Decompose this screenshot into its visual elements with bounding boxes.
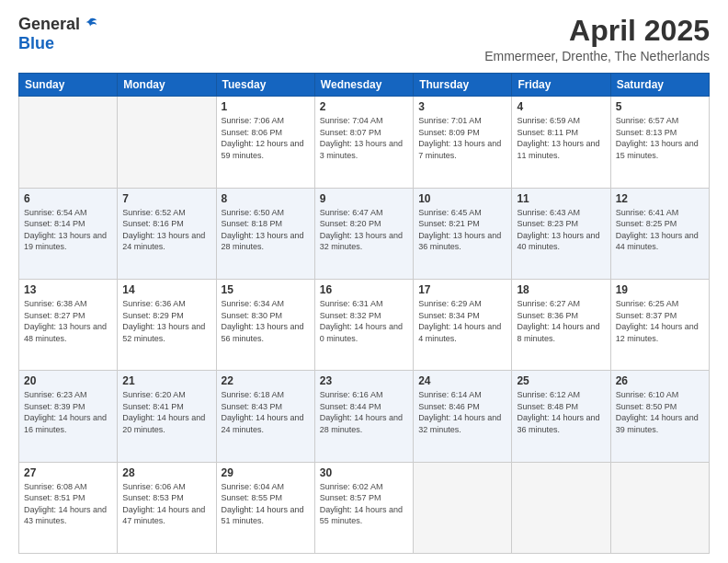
calendar-cell: 27Sunrise: 6:08 AM Sunset: 8:51 PM Dayli… <box>19 462 118 553</box>
day-info: Sunrise: 6:47 AM Sunset: 8:20 PM Dayligh… <box>320 207 408 253</box>
location-subtitle: Emmermeer, Drenthe, The Netherlands <box>484 49 710 63</box>
calendar-cell: 7Sunrise: 6:52 AM Sunset: 8:16 PM Daylig… <box>118 188 216 279</box>
day-info: Sunrise: 6:12 AM Sunset: 8:48 PM Dayligh… <box>517 389 605 435</box>
day-number: 12 <box>616 192 704 205</box>
day-number: 26 <box>616 374 704 387</box>
calendar-cell: 13Sunrise: 6:38 AM Sunset: 8:27 PM Dayli… <box>19 279 118 370</box>
day-number: 29 <box>222 466 310 479</box>
day-number: 19 <box>616 283 704 296</box>
day-number: 8 <box>222 192 310 205</box>
calendar-cell <box>610 462 709 553</box>
header-friday: Friday <box>512 74 610 97</box>
day-info: Sunrise: 6:38 AM Sunset: 8:27 PM Dayligh… <box>24 298 112 344</box>
calendar-cell: 12Sunrise: 6:41 AM Sunset: 8:25 PM Dayli… <box>610 188 709 279</box>
day-info: Sunrise: 6:14 AM Sunset: 8:46 PM Dayligh… <box>418 389 506 435</box>
calendar-cell <box>414 462 512 553</box>
day-number: 11 <box>517 192 605 205</box>
day-info: Sunrise: 6:43 AM Sunset: 8:23 PM Dayligh… <box>517 207 605 253</box>
calendar-cell <box>512 462 610 553</box>
day-number: 7 <box>122 192 210 205</box>
day-info: Sunrise: 7:01 AM Sunset: 8:09 PM Dayligh… <box>418 115 506 161</box>
calendar-cell: 20Sunrise: 6:23 AM Sunset: 8:39 PM Dayli… <box>19 371 118 462</box>
month-title: April 2025 <box>484 15 710 47</box>
calendar-cell: 24Sunrise: 6:14 AM Sunset: 8:46 PM Dayli… <box>414 371 512 462</box>
week-row-4: 20Sunrise: 6:23 AM Sunset: 8:39 PM Dayli… <box>19 371 710 462</box>
day-number: 13 <box>24 283 112 296</box>
day-info: Sunrise: 6:50 AM Sunset: 8:18 PM Dayligh… <box>222 207 310 253</box>
day-info: Sunrise: 6:20 AM Sunset: 8:41 PM Dayligh… <box>122 389 210 435</box>
header-sunday: Sunday <box>19 74 118 97</box>
day-info: Sunrise: 6:27 AM Sunset: 8:36 PM Dayligh… <box>517 298 605 344</box>
header-monday: Monday <box>118 74 216 97</box>
day-info: Sunrise: 6:31 AM Sunset: 8:32 PM Dayligh… <box>320 298 408 344</box>
header-tuesday: Tuesday <box>216 74 314 97</box>
day-number: 2 <box>320 100 408 113</box>
week-row-5: 27Sunrise: 6:08 AM Sunset: 8:51 PM Dayli… <box>19 462 710 553</box>
title-block: April 2025 Emmermeer, Drenthe, The Nethe… <box>484 15 710 63</box>
day-number: 15 <box>222 283 310 296</box>
day-info: Sunrise: 6:45 AM Sunset: 8:21 PM Dayligh… <box>418 207 506 253</box>
day-info: Sunrise: 6:54 AM Sunset: 8:14 PM Dayligh… <box>24 207 112 253</box>
day-number: 1 <box>222 100 310 113</box>
calendar-cell: 19Sunrise: 6:25 AM Sunset: 8:37 PM Dayli… <box>610 279 709 370</box>
header: General Blue April 2025 Emmermeer, Drent… <box>18 15 710 63</box>
logo-blue: Blue <box>18 34 54 52</box>
day-info: Sunrise: 6:29 AM Sunset: 8:34 PM Dayligh… <box>418 298 506 344</box>
header-wednesday: Wednesday <box>314 74 413 97</box>
day-number: 18 <box>517 283 605 296</box>
day-number: 17 <box>418 283 506 296</box>
calendar-cell: 8Sunrise: 6:50 AM Sunset: 8:18 PM Daylig… <box>216 188 314 279</box>
day-info: Sunrise: 6:34 AM Sunset: 8:30 PM Dayligh… <box>222 298 310 344</box>
calendar-cell: 5Sunrise: 6:57 AM Sunset: 8:13 PM Daylig… <box>610 97 709 188</box>
day-number: 24 <box>418 374 506 387</box>
day-number: 4 <box>517 100 605 113</box>
day-number: 30 <box>320 466 408 479</box>
day-number: 10 <box>418 192 506 205</box>
calendar-table: Sunday Monday Tuesday Wednesday Thursday… <box>18 73 710 554</box>
calendar-cell <box>19 97 118 188</box>
calendar-cell: 17Sunrise: 6:29 AM Sunset: 8:34 PM Dayli… <box>414 279 512 370</box>
calendar-cell: 1Sunrise: 7:06 AM Sunset: 8:06 PM Daylig… <box>216 97 314 188</box>
logo-bird-icon <box>82 16 98 32</box>
day-number: 28 <box>122 466 210 479</box>
calendar-cell: 28Sunrise: 6:06 AM Sunset: 8:53 PM Dayli… <box>118 462 216 553</box>
calendar-cell <box>118 97 216 188</box>
weekday-header-row: Sunday Monday Tuesday Wednesday Thursday… <box>19 74 710 97</box>
week-row-2: 6Sunrise: 6:54 AM Sunset: 8:14 PM Daylig… <box>19 188 710 279</box>
calendar-cell: 25Sunrise: 6:12 AM Sunset: 8:48 PM Dayli… <box>512 371 610 462</box>
page: General Blue April 2025 Emmermeer, Drent… <box>0 0 728 563</box>
calendar-cell: 14Sunrise: 6:36 AM Sunset: 8:29 PM Dayli… <box>118 279 216 370</box>
calendar-cell: 4Sunrise: 6:59 AM Sunset: 8:11 PM Daylig… <box>512 97 610 188</box>
day-info: Sunrise: 6:25 AM Sunset: 8:37 PM Dayligh… <box>616 298 704 344</box>
day-number: 25 <box>517 374 605 387</box>
day-info: Sunrise: 6:16 AM Sunset: 8:44 PM Dayligh… <box>320 389 408 435</box>
day-number: 21 <box>122 374 210 387</box>
calendar-cell: 15Sunrise: 6:34 AM Sunset: 8:30 PM Dayli… <box>216 279 314 370</box>
day-number: 22 <box>222 374 310 387</box>
day-number: 14 <box>122 283 210 296</box>
calendar-cell: 23Sunrise: 6:16 AM Sunset: 8:44 PM Dayli… <box>314 371 413 462</box>
day-number: 5 <box>616 100 704 113</box>
day-info: Sunrise: 6:41 AM Sunset: 8:25 PM Dayligh… <box>616 207 704 253</box>
day-info: Sunrise: 7:04 AM Sunset: 8:07 PM Dayligh… <box>320 115 408 161</box>
day-info: Sunrise: 6:10 AM Sunset: 8:50 PM Dayligh… <box>616 389 704 435</box>
calendar-cell: 26Sunrise: 6:10 AM Sunset: 8:50 PM Dayli… <box>610 371 709 462</box>
header-thursday: Thursday <box>414 74 512 97</box>
day-info: Sunrise: 6:06 AM Sunset: 8:53 PM Dayligh… <box>122 481 210 527</box>
day-info: Sunrise: 6:59 AM Sunset: 8:11 PM Dayligh… <box>517 115 605 161</box>
day-number: 27 <box>24 466 112 479</box>
calendar-cell: 16Sunrise: 6:31 AM Sunset: 8:32 PM Dayli… <box>314 279 413 370</box>
calendar-cell: 3Sunrise: 7:01 AM Sunset: 8:09 PM Daylig… <box>414 97 512 188</box>
day-number: 3 <box>418 100 506 113</box>
day-number: 16 <box>320 283 408 296</box>
day-number: 23 <box>320 374 408 387</box>
day-info: Sunrise: 6:52 AM Sunset: 8:16 PM Dayligh… <box>122 207 210 253</box>
calendar-cell: 21Sunrise: 6:20 AM Sunset: 8:41 PM Dayli… <box>118 371 216 462</box>
day-info: Sunrise: 7:06 AM Sunset: 8:06 PM Dayligh… <box>222 115 310 161</box>
week-row-3: 13Sunrise: 6:38 AM Sunset: 8:27 PM Dayli… <box>19 279 710 370</box>
calendar-cell: 2Sunrise: 7:04 AM Sunset: 8:07 PM Daylig… <box>314 97 413 188</box>
day-info: Sunrise: 6:08 AM Sunset: 8:51 PM Dayligh… <box>24 481 112 527</box>
day-number: 6 <box>24 192 112 205</box>
calendar-cell: 29Sunrise: 6:04 AM Sunset: 8:55 PM Dayli… <box>216 462 314 553</box>
day-info: Sunrise: 6:57 AM Sunset: 8:13 PM Dayligh… <box>616 115 704 161</box>
